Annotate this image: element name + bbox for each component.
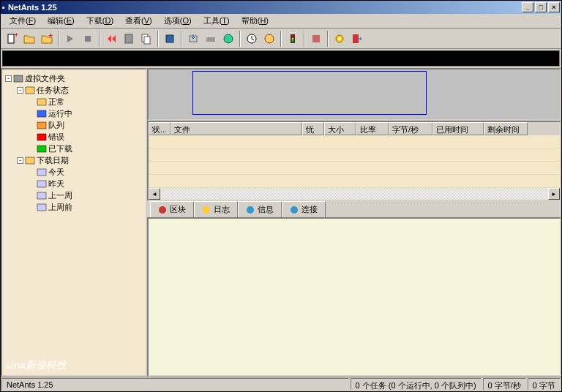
svg-rect-25 xyxy=(37,134,46,140)
tree-date-2[interactable]: 上一周 xyxy=(5,189,143,201)
globe-button[interactable] xyxy=(220,31,236,47)
menubar: 文件(F)编辑(E)下载(D)查看(V)选项(O)工具(T)帮助(H) xyxy=(1,14,561,29)
svg-text:+: + xyxy=(14,33,18,39)
minimize-button[interactable]: _ xyxy=(522,2,533,12)
settings-button[interactable] xyxy=(331,31,348,47)
svg-rect-24 xyxy=(37,122,46,129)
download-grid: 状...文件忧大小比率字节/秒已用时间剩余时间 ◄ ► xyxy=(147,121,561,201)
tab-3[interactable]: 连接 xyxy=(282,201,326,217)
svg-rect-19 xyxy=(353,34,359,43)
svg-rect-26 xyxy=(37,146,46,152)
maximize-button[interactable]: □ xyxy=(535,2,547,12)
scroll-left-button[interactable]: ◄ xyxy=(149,188,160,200)
tree-root[interactable]: -虚拟文件夹 xyxy=(5,72,143,84)
tree-date-0[interactable]: 今天 xyxy=(5,166,143,178)
col-header[interactable]: 剩余时间 xyxy=(484,122,528,135)
col-header[interactable]: 忧 xyxy=(302,122,324,135)
tab-1[interactable]: 日志 xyxy=(194,201,238,217)
svg-point-14 xyxy=(292,37,294,39)
tab-content xyxy=(147,217,561,377)
svg-rect-16 xyxy=(312,35,320,42)
menu-t[interactable]: 工具(T) xyxy=(198,14,236,28)
col-header[interactable]: 字节/秒 xyxy=(389,122,432,135)
svg-rect-4 xyxy=(125,34,132,43)
tab-0[interactable]: 区块 xyxy=(150,201,194,217)
status-left: NetAnts 1.25 xyxy=(1,378,349,391)
tree-state-3[interactable]: 错误 xyxy=(5,131,143,143)
tree-taskstatus[interactable]: -任务状态 xyxy=(5,84,143,96)
expand-icon[interactable]: - xyxy=(5,75,12,82)
grid-body[interactable] xyxy=(149,135,560,188)
h-scrollbar[interactable]: ◄ ► xyxy=(149,188,560,200)
menu-h[interactable]: 帮助(H) xyxy=(236,14,274,28)
new-button[interactable]: + xyxy=(4,31,20,47)
exit-button[interactable] xyxy=(349,31,365,47)
close-button[interactable]: × xyxy=(548,2,560,12)
folder-button[interactable] xyxy=(21,31,37,47)
clock-button[interactable] xyxy=(244,31,260,47)
col-header[interactable]: 状... xyxy=(149,122,171,135)
svg-rect-20 xyxy=(14,75,23,82)
svg-point-15 xyxy=(292,39,294,42)
titlebar: ▪ NetAnts 1.25 _ □ × xyxy=(1,1,561,14)
col-header[interactable]: 比率 xyxy=(356,122,389,135)
tool1-button[interactable] xyxy=(203,31,219,47)
book-button[interactable] xyxy=(162,31,178,47)
col-header[interactable]: 大小 xyxy=(324,122,356,135)
tree-state-0[interactable]: 正常 xyxy=(5,96,143,108)
svg-point-35 xyxy=(291,206,298,214)
menu-f[interactable]: 文件(F) xyxy=(4,14,42,28)
prev-button[interactable] xyxy=(103,31,119,47)
expand-icon[interactable]: - xyxy=(17,157,23,164)
play-button[interactable] xyxy=(62,31,78,47)
svg-point-33 xyxy=(203,206,210,214)
watermark: sina新浪科技 xyxy=(5,359,67,372)
svg-rect-22 xyxy=(37,99,46,105)
tree-state-2[interactable]: 队列 xyxy=(5,119,143,131)
tree-date-3[interactable]: 上周前 xyxy=(5,201,143,213)
tree-dldate[interactable]: -下载日期 xyxy=(5,154,143,166)
paste-button[interactable] xyxy=(121,31,137,47)
status-speed: 0 字节/秒 xyxy=(483,378,526,391)
toolbar: + + xyxy=(1,29,561,49)
svg-rect-6 xyxy=(144,37,150,44)
col-header[interactable]: 已用时间 xyxy=(432,122,484,135)
svg-point-13 xyxy=(292,35,294,37)
svg-point-32 xyxy=(159,206,166,214)
menu-v[interactable]: 查看(V) xyxy=(119,14,158,28)
dial-button[interactable] xyxy=(261,31,277,47)
svg-rect-23 xyxy=(37,110,46,117)
tree-state-4[interactable]: 已下载 xyxy=(5,143,143,154)
sidebar: -虚拟文件夹-任务状态正常运行中队列错误已下载-下载日期今天昨天上一周上周前 s… xyxy=(1,68,147,377)
tree-date-1[interactable]: 昨天 xyxy=(5,178,143,189)
stop-button[interactable] xyxy=(80,31,96,47)
svg-rect-0 xyxy=(8,34,14,43)
window-title: NetAnts 1.25 xyxy=(5,3,520,12)
tab-bar: 区块日志信息连接 xyxy=(147,201,561,217)
scroll-right-button[interactable]: ► xyxy=(548,188,560,200)
status-tasks: 0 个任务 (0 个运行中, 0 个队列中) xyxy=(351,378,482,391)
menu-e[interactable]: 编辑(E) xyxy=(42,14,80,28)
traffic-button[interactable] xyxy=(285,31,301,47)
col-header[interactable]: 文件 xyxy=(171,122,302,135)
tool2-button[interactable] xyxy=(308,31,324,47)
svg-point-34 xyxy=(247,206,254,214)
svg-text:+: + xyxy=(48,33,53,39)
copy-button[interactable] xyxy=(138,31,154,47)
progress-bar xyxy=(2,50,560,67)
svg-point-18 xyxy=(338,37,341,40)
tree-state-1[interactable]: 运行中 xyxy=(5,108,143,119)
svg-rect-27 xyxy=(26,157,34,164)
statusbar: NetAnts 1.25 0 个任务 (0 个运行中, 0 个队列中) 0 字节… xyxy=(1,377,561,391)
svg-rect-31 xyxy=(37,204,46,211)
add-folder-button[interactable]: + xyxy=(39,31,55,47)
menu-d[interactable]: 下载(D) xyxy=(80,14,119,28)
export-button[interactable] xyxy=(185,31,201,47)
svg-rect-21 xyxy=(26,87,34,94)
svg-rect-29 xyxy=(37,181,46,187)
svg-rect-28 xyxy=(37,169,46,176)
expand-icon[interactable]: - xyxy=(17,87,23,94)
selection-box xyxy=(192,71,427,115)
tab-2[interactable]: 信息 xyxy=(238,201,282,217)
menu-o[interactable]: 选项(O) xyxy=(158,14,198,28)
